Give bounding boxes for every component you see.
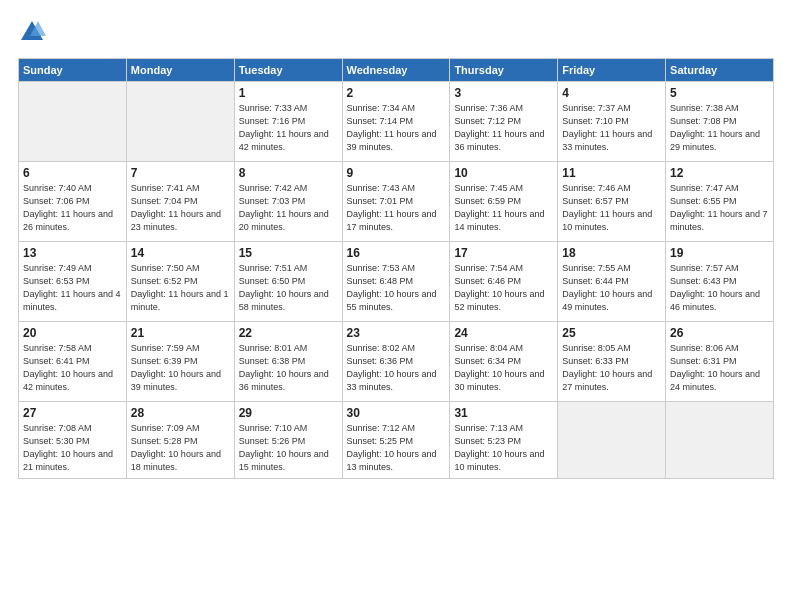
day-number: 17 [454, 246, 553, 260]
day-info: Sunrise: 7:09 AM Sunset: 5:28 PM Dayligh… [131, 422, 230, 474]
day-info: Sunrise: 7:53 AM Sunset: 6:48 PM Dayligh… [347, 262, 446, 314]
day-info: Sunrise: 7:41 AM Sunset: 7:04 PM Dayligh… [131, 182, 230, 234]
day-number: 13 [23, 246, 122, 260]
day-info: Sunrise: 7:34 AM Sunset: 7:14 PM Dayligh… [347, 102, 446, 154]
day-info: Sunrise: 7:37 AM Sunset: 7:10 PM Dayligh… [562, 102, 661, 154]
day-info: Sunrise: 7:57 AM Sunset: 6:43 PM Dayligh… [670, 262, 769, 314]
day-number: 25 [562, 326, 661, 340]
day-info: Sunrise: 7:54 AM Sunset: 6:46 PM Dayligh… [454, 262, 553, 314]
day-info: Sunrise: 8:01 AM Sunset: 6:38 PM Dayligh… [239, 342, 338, 394]
calendar-cell: 25Sunrise: 8:05 AM Sunset: 6:33 PM Dayli… [558, 322, 666, 402]
day-header-friday: Friday [558, 59, 666, 82]
day-info: Sunrise: 7:43 AM Sunset: 7:01 PM Dayligh… [347, 182, 446, 234]
day-number: 4 [562, 86, 661, 100]
day-number: 14 [131, 246, 230, 260]
day-header-tuesday: Tuesday [234, 59, 342, 82]
calendar-cell: 13Sunrise: 7:49 AM Sunset: 6:53 PM Dayli… [19, 242, 127, 322]
calendar-cell: 31Sunrise: 7:13 AM Sunset: 5:23 PM Dayli… [450, 402, 558, 479]
day-number: 15 [239, 246, 338, 260]
day-info: Sunrise: 8:04 AM Sunset: 6:34 PM Dayligh… [454, 342, 553, 394]
calendar-cell: 1Sunrise: 7:33 AM Sunset: 7:16 PM Daylig… [234, 82, 342, 162]
day-info: Sunrise: 8:02 AM Sunset: 6:36 PM Dayligh… [347, 342, 446, 394]
calendar-cell: 22Sunrise: 8:01 AM Sunset: 6:38 PM Dayli… [234, 322, 342, 402]
day-number: 6 [23, 166, 122, 180]
calendar-cell: 21Sunrise: 7:59 AM Sunset: 6:39 PM Dayli… [126, 322, 234, 402]
day-number: 19 [670, 246, 769, 260]
calendar-cell [558, 402, 666, 479]
calendar-cell: 24Sunrise: 8:04 AM Sunset: 6:34 PM Dayli… [450, 322, 558, 402]
day-number: 18 [562, 246, 661, 260]
calendar-cell: 20Sunrise: 7:58 AM Sunset: 6:41 PM Dayli… [19, 322, 127, 402]
day-number: 27 [23, 406, 122, 420]
day-number: 22 [239, 326, 338, 340]
calendar-table: SundayMondayTuesdayWednesdayThursdayFrid… [18, 58, 774, 479]
day-info: Sunrise: 7:36 AM Sunset: 7:12 PM Dayligh… [454, 102, 553, 154]
day-number: 26 [670, 326, 769, 340]
day-info: Sunrise: 7:10 AM Sunset: 5:26 PM Dayligh… [239, 422, 338, 474]
day-info: Sunrise: 7:59 AM Sunset: 6:39 PM Dayligh… [131, 342, 230, 394]
calendar-cell: 27Sunrise: 7:08 AM Sunset: 5:30 PM Dayli… [19, 402, 127, 479]
page: SundayMondayTuesdayWednesdayThursdayFrid… [0, 0, 792, 612]
header [18, 18, 774, 46]
calendar-cell: 16Sunrise: 7:53 AM Sunset: 6:48 PM Dayli… [342, 242, 450, 322]
day-number: 8 [239, 166, 338, 180]
day-header-wednesday: Wednesday [342, 59, 450, 82]
logo-icon [18, 18, 46, 46]
day-info: Sunrise: 7:47 AM Sunset: 6:55 PM Dayligh… [670, 182, 769, 234]
day-info: Sunrise: 7:49 AM Sunset: 6:53 PM Dayligh… [23, 262, 122, 314]
day-number: 30 [347, 406, 446, 420]
day-header-thursday: Thursday [450, 59, 558, 82]
calendar-cell [126, 82, 234, 162]
calendar-cell: 11Sunrise: 7:46 AM Sunset: 6:57 PM Dayli… [558, 162, 666, 242]
day-info: Sunrise: 7:13 AM Sunset: 5:23 PM Dayligh… [454, 422, 553, 474]
day-info: Sunrise: 7:40 AM Sunset: 7:06 PM Dayligh… [23, 182, 122, 234]
day-info: Sunrise: 7:08 AM Sunset: 5:30 PM Dayligh… [23, 422, 122, 474]
calendar-cell [19, 82, 127, 162]
day-number: 20 [23, 326, 122, 340]
calendar-cell: 23Sunrise: 8:02 AM Sunset: 6:36 PM Dayli… [342, 322, 450, 402]
day-number: 9 [347, 166, 446, 180]
calendar-cell: 29Sunrise: 7:10 AM Sunset: 5:26 PM Dayli… [234, 402, 342, 479]
day-number: 2 [347, 86, 446, 100]
day-info: Sunrise: 7:55 AM Sunset: 6:44 PM Dayligh… [562, 262, 661, 314]
day-number: 3 [454, 86, 553, 100]
day-number: 7 [131, 166, 230, 180]
day-number: 24 [454, 326, 553, 340]
day-header-monday: Monday [126, 59, 234, 82]
calendar-cell: 12Sunrise: 7:47 AM Sunset: 6:55 PM Dayli… [666, 162, 774, 242]
calendar-cell: 6Sunrise: 7:40 AM Sunset: 7:06 PM Daylig… [19, 162, 127, 242]
calendar-cell: 18Sunrise: 7:55 AM Sunset: 6:44 PM Dayli… [558, 242, 666, 322]
calendar-cell: 9Sunrise: 7:43 AM Sunset: 7:01 PM Daylig… [342, 162, 450, 242]
day-info: Sunrise: 8:05 AM Sunset: 6:33 PM Dayligh… [562, 342, 661, 394]
day-info: Sunrise: 7:42 AM Sunset: 7:03 PM Dayligh… [239, 182, 338, 234]
day-number: 29 [239, 406, 338, 420]
day-header-sunday: Sunday [19, 59, 127, 82]
calendar-cell: 19Sunrise: 7:57 AM Sunset: 6:43 PM Dayli… [666, 242, 774, 322]
day-number: 1 [239, 86, 338, 100]
calendar-cell: 26Sunrise: 8:06 AM Sunset: 6:31 PM Dayli… [666, 322, 774, 402]
calendar-cell [666, 402, 774, 479]
day-info: Sunrise: 7:12 AM Sunset: 5:25 PM Dayligh… [347, 422, 446, 474]
day-info: Sunrise: 7:46 AM Sunset: 6:57 PM Dayligh… [562, 182, 661, 234]
day-number: 21 [131, 326, 230, 340]
calendar-cell: 30Sunrise: 7:12 AM Sunset: 5:25 PM Dayli… [342, 402, 450, 479]
day-number: 5 [670, 86, 769, 100]
day-number: 10 [454, 166, 553, 180]
calendar-cell: 28Sunrise: 7:09 AM Sunset: 5:28 PM Dayli… [126, 402, 234, 479]
calendar-cell: 4Sunrise: 7:37 AM Sunset: 7:10 PM Daylig… [558, 82, 666, 162]
calendar-cell: 14Sunrise: 7:50 AM Sunset: 6:52 PM Dayli… [126, 242, 234, 322]
day-info: Sunrise: 8:06 AM Sunset: 6:31 PM Dayligh… [670, 342, 769, 394]
day-header-saturday: Saturday [666, 59, 774, 82]
day-number: 28 [131, 406, 230, 420]
day-info: Sunrise: 7:51 AM Sunset: 6:50 PM Dayligh… [239, 262, 338, 314]
calendar-cell: 8Sunrise: 7:42 AM Sunset: 7:03 PM Daylig… [234, 162, 342, 242]
day-info: Sunrise: 7:38 AM Sunset: 7:08 PM Dayligh… [670, 102, 769, 154]
calendar-cell: 17Sunrise: 7:54 AM Sunset: 6:46 PM Dayli… [450, 242, 558, 322]
day-info: Sunrise: 7:58 AM Sunset: 6:41 PM Dayligh… [23, 342, 122, 394]
day-info: Sunrise: 7:50 AM Sunset: 6:52 PM Dayligh… [131, 262, 230, 314]
day-number: 11 [562, 166, 661, 180]
day-number: 16 [347, 246, 446, 260]
day-number: 31 [454, 406, 553, 420]
day-number: 23 [347, 326, 446, 340]
calendar-cell: 2Sunrise: 7:34 AM Sunset: 7:14 PM Daylig… [342, 82, 450, 162]
